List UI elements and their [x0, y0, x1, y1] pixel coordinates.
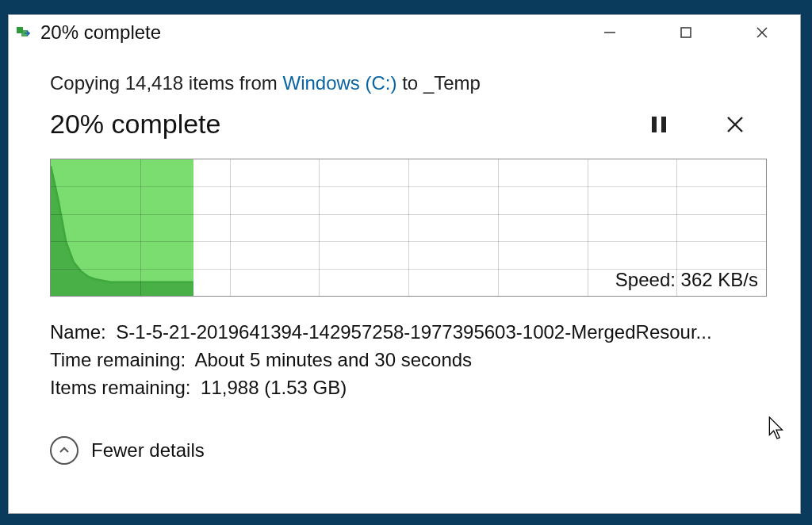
- destination-link[interactable]: _Temp: [423, 72, 481, 94]
- detail-time-remaining: Time remaining: About 5 minutes and 30 s…: [50, 347, 768, 374]
- copy-description: Copying 14,418 items from Windows (C:) t…: [50, 72, 768, 94]
- pause-button[interactable]: [645, 110, 673, 139]
- detail-items-remaining: Items remaining: 11,988 (1.53 GB): [50, 374, 768, 402]
- copy-operation-icon: [17, 25, 31, 40]
- detail-name: Name: S-1-5-21-2019641394-142957258-1977…: [50, 319, 768, 347]
- close-button[interactable]: [724, 15, 800, 50]
- svg-rect-3: [681, 28, 691, 37]
- percent-complete-text: 20% complete: [50, 109, 645, 140]
- chevron-up-icon: [50, 436, 79, 465]
- cancel-icon: [726, 115, 745, 134]
- window-controls: [572, 15, 800, 50]
- maximize-button[interactable]: [648, 15, 724, 50]
- titlebar: 20% complete: [9, 15, 800, 50]
- details-toggle-label: Fewer details: [91, 439, 205, 462]
- close-icon: [755, 25, 769, 40]
- maximize-icon: [680, 26, 692, 39]
- speed-graph: Speed: 362 KB/s: [50, 159, 767, 297]
- percent-row: 20% complete: [50, 109, 768, 140]
- cancel-button[interactable]: [721, 110, 749, 139]
- minimize-icon: [603, 25, 617, 40]
- speed-label: Speed: 362 KB/s: [615, 269, 758, 291]
- svg-rect-6: [652, 117, 657, 132]
- transfer-details: Name: S-1-5-21-2019641394-142957258-1977…: [50, 319, 768, 401]
- pause-icon: [650, 115, 668, 134]
- svg-rect-7: [661, 117, 666, 132]
- speed-curve: [51, 159, 193, 296]
- dialog-content: Copying 14,418 items from Windows (C:) t…: [9, 50, 800, 481]
- source-link[interactable]: Windows (C:): [283, 72, 397, 94]
- window-title: 20% complete: [40, 21, 161, 44]
- copy-dialog-window: 20% complete Copying: [8, 14, 801, 514]
- details-toggle[interactable]: Fewer details: [50, 436, 768, 481]
- minimize-button[interactable]: [572, 15, 648, 50]
- inline-controls: [645, 110, 768, 139]
